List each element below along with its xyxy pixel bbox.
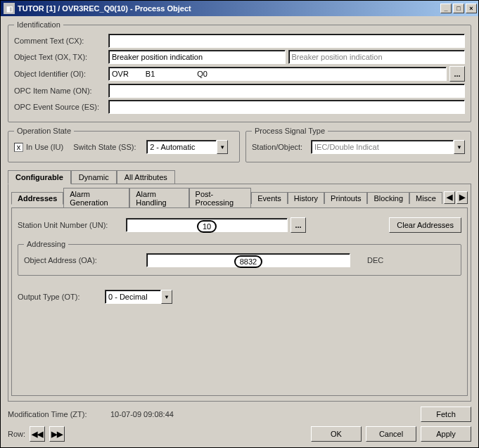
tabs-scroll-left-button[interactable]: ◀ (444, 191, 455, 204)
tab-post-processing[interactable]: Post-Processing (189, 188, 252, 208)
station-unit-input[interactable]: 10 (126, 218, 288, 232)
addresses-panel: Station Unit Number (UN): 10 ... Clear A… (11, 207, 468, 396)
object-identifier-input[interactable]: OVR B1 Q0 (108, 67, 447, 81)
chevron-down-icon[interactable]: ▼ (454, 140, 465, 154)
station-unit-value: 10 (197, 220, 217, 233)
comment-text-label: Comment Text (CX): (14, 37, 106, 45)
row-next-button[interactable]: ▶▶ (49, 426, 65, 442)
tab-printouts[interactable]: Printouts (324, 192, 367, 204)
operation-state-legend: Operation State (14, 127, 74, 135)
station-object-select[interactable]: ▼ (311, 140, 465, 154)
tab-alarm-handling[interactable]: Alarm Handling (129, 188, 189, 208)
window-title: TUTOR [1] / OVR3REC_Q0(10) - Process Obj… (18, 4, 439, 13)
station-object-value (311, 140, 454, 154)
tab-dynamic[interactable]: Dynamic (71, 170, 117, 184)
object-address-input[interactable]: 8832 (146, 253, 350, 267)
row-prev-button[interactable]: ◀◀ (30, 426, 45, 442)
identification-legend: Identification (14, 20, 63, 29)
tab-blocking[interactable]: Blocking (367, 192, 409, 204)
station-unit-label: Station Unit Number (UN): (18, 221, 123, 229)
switch-state-value[interactable] (146, 140, 217, 154)
oi-part-1: OVR (112, 70, 129, 78)
opc-event-source-input[interactable] (108, 100, 465, 114)
chevron-down-icon[interactable]: ▼ (217, 140, 228, 154)
in-use-label: In Use (IU) (26, 143, 63, 151)
oi-part-3: Q0 (197, 70, 207, 78)
output-type-select[interactable]: ▼ (105, 290, 172, 304)
tab-misc[interactable]: Misce (409, 192, 442, 204)
object-address-label: Object Address (OA): (24, 256, 143, 264)
object-address-value: 8832 (234, 255, 262, 268)
ok-button[interactable]: OK (311, 426, 362, 442)
tabs-scroll-right-button[interactable]: ▶ (456, 191, 468, 204)
in-use-checkbox[interactable]: x (14, 143, 23, 152)
operation-state-group: Operation State x In Use (IU) Switch Sta… (8, 127, 240, 162)
object-text-display (288, 50, 466, 64)
secondary-tabs: Addresses Alarm Generation Alarm Handlin… (11, 187, 468, 207)
tab-all-attributes[interactable]: All Attributes (117, 170, 175, 184)
primary-tabs: Configurable Dynamic All Attributes (8, 169, 471, 184)
tab-events[interactable]: Events (251, 192, 288, 204)
station-unit-browse-button[interactable]: ... (290, 217, 306, 233)
row-label: Row: (8, 430, 25, 438)
titlebar: ◧ TUTOR [1] / OVR3REC_Q0(10) - Process O… (1, 1, 478, 16)
oi-part-2: B1 (146, 70, 155, 78)
station-object-label: Station/Object: (252, 143, 308, 151)
opc-event-source-label: OPC Event Source (ES): (14, 103, 106, 111)
tab-addresses[interactable]: Addresses (11, 192, 63, 205)
tab-history[interactable]: History (288, 192, 324, 204)
process-object-window: ◧ TUTOR [1] / OVR3REC_Q0(10) - Process O… (0, 0, 479, 448)
maximize-button[interactable]: □ (453, 4, 464, 13)
close-button[interactable]: × (466, 4, 477, 13)
object-address-unit: DEC (367, 256, 383, 264)
app-icon: ◧ (4, 3, 15, 14)
primary-tab-panel: Addresses Alarm Generation Alarm Handlin… (8, 184, 471, 402)
object-identifier-browse-button[interactable]: ... (449, 66, 465, 82)
tab-configurable[interactable]: Configurable (8, 170, 71, 184)
comment-text-input[interactable] (108, 34, 465, 48)
addressing-group: Addressing Object Address (OA): 8832 DEC (18, 240, 461, 276)
tab-alarm-generation[interactable]: Alarm Generation (63, 188, 129, 208)
apply-button[interactable]: Apply (421, 426, 471, 442)
chevron-down-icon[interactable]: ▼ (161, 290, 172, 304)
object-text-input[interactable] (108, 50, 286, 64)
object-text-label: Object Text (OX, TX): (14, 53, 106, 61)
clear-addresses-button[interactable]: Clear Addresses (389, 217, 461, 233)
process-signal-group: Process Signal Type Station/Object: ▼ (245, 127, 471, 162)
footer: Modification Time (ZT): 10-07-09 09:08:4… (8, 402, 471, 442)
modification-time-value: 10-07-09 09:08:44 (110, 410, 174, 418)
output-type-label: Output Type (OT): (18, 293, 102, 301)
modification-time-label: Modification Time (ZT): (8, 410, 106, 418)
process-signal-legend: Process Signal Type (252, 127, 328, 135)
switch-state-select[interactable]: ▼ (146, 140, 228, 154)
output-type-value[interactable] (105, 290, 161, 304)
in-use-check-mark: x (17, 143, 21, 151)
cancel-button[interactable]: Cancel (366, 426, 416, 442)
addressing-legend: Addressing (24, 240, 68, 248)
object-identifier-label: Object Identifier (OI): (14, 70, 106, 78)
opc-item-name-input[interactable] (108, 84, 465, 98)
identification-group: Identification Comment Text (CX): Object… (8, 20, 471, 122)
minimize-button[interactable]: _ (440, 4, 452, 13)
switch-state-label: Switch State (SS): (73, 143, 143, 151)
opc-item-name-label: OPC Item Name (ON): (14, 87, 106, 95)
fetch-button[interactable]: Fetch (421, 407, 471, 422)
